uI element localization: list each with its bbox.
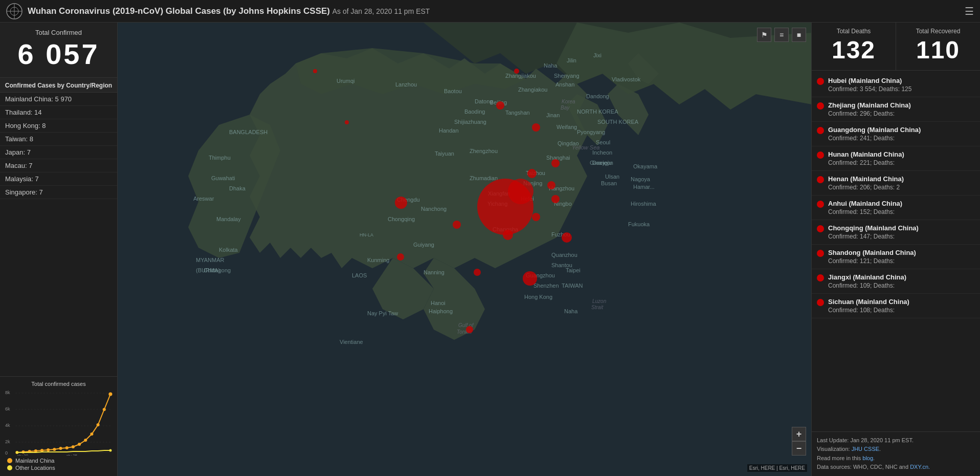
legend-other: Other Locations bbox=[7, 465, 113, 471]
svg-text:Shenyang: Shenyang bbox=[554, 73, 580, 79]
svg-point-133 bbox=[313, 69, 317, 73]
svg-text:Zhumadian: Zhumadian bbox=[470, 175, 498, 181]
legend-mainland-label: Mainland China bbox=[15, 458, 54, 464]
svg-text:Zhangiakou: Zhangiakou bbox=[518, 86, 548, 93]
svg-text:LAOS: LAOS bbox=[352, 272, 367, 278]
svg-text:Anshan: Anshan bbox=[555, 81, 574, 88]
map-container[interactable]: Urumqi Lanzhou Baotou Datong Shijiazhuan… bbox=[118, 23, 811, 476]
svg-point-139 bbox=[532, 213, 540, 221]
svg-text:sty 20: sty 20 bbox=[17, 453, 28, 456]
world-map: Urumqi Lanzhou Baotou Datong Shijiazhuan… bbox=[118, 23, 811, 476]
province-item[interactable]: Anhui (Mainland China)Confirmed: 152; De… bbox=[812, 196, 980, 220]
chart-container: 8k 6k 4k 2k 0 sty 20 sty 25 bbox=[4, 389, 113, 456]
chart-legend: Mainland China Other Locations bbox=[4, 456, 113, 472]
province-dot bbox=[817, 102, 824, 110]
svg-text:6k: 6k bbox=[5, 406, 10, 412]
total-deaths-box: Total Deaths 132 bbox=[812, 23, 896, 70]
dxy-link[interactable]: DXY.cn. bbox=[910, 464, 930, 470]
total-deaths-number: 132 bbox=[818, 37, 889, 64]
province-dot bbox=[817, 127, 824, 134]
province-item[interactable]: Jiangxi (Mainland China)Confirmed: 109; … bbox=[812, 269, 980, 294]
zoom-in-button[interactable]: + bbox=[792, 427, 806, 441]
country-list-item[interactable]: Thailand: 14 bbox=[0, 106, 117, 119]
svg-text:Dandong: Dandong bbox=[586, 93, 609, 99]
svg-point-30 bbox=[103, 408, 106, 411]
svg-text:Chongqing: Chongqing bbox=[388, 216, 415, 222]
total-deaths-label: Total Deaths bbox=[818, 28, 889, 35]
svg-text:Lanzhou: Lanzhou bbox=[395, 81, 417, 88]
province-item[interactable]: Guangdong (Mainland China)Confirmed: 241… bbox=[812, 122, 980, 146]
svg-point-28 bbox=[90, 432, 93, 436]
zoom-out-button[interactable]: − bbox=[792, 441, 806, 456]
svg-text:Jinan: Jinan bbox=[546, 112, 560, 118]
svg-text:SOUTH KOREA: SOUTH KOREA bbox=[597, 119, 639, 125]
country-list-item[interactable]: Singapore: 7 bbox=[0, 186, 117, 199]
country-list-item[interactable]: Malaysia: 7 bbox=[0, 172, 117, 186]
svg-text:Hiroshima: Hiroshima bbox=[631, 201, 656, 207]
svg-text:4k: 4k bbox=[5, 423, 10, 428]
svg-text:8k: 8k bbox=[5, 390, 10, 395]
province-name: Zhejiang (Mainland China) bbox=[828, 101, 975, 109]
svg-text:NORTH KOREA: NORTH KOREA bbox=[577, 109, 618, 115]
province-name: Hubei (Mainland China) bbox=[828, 77, 975, 84]
menu-icon[interactable]: ☰ bbox=[965, 5, 974, 17]
province-item[interactable]: Shandong (Mainland China)Confirmed: 121;… bbox=[812, 245, 980, 269]
province-item[interactable]: Sichuan (Mainland China)Confirmed: 108; … bbox=[812, 294, 980, 318]
svg-point-33 bbox=[109, 449, 112, 452]
svg-text:Vladivostok: Vladivostok bbox=[612, 76, 641, 82]
svg-text:Jixi: Jixi bbox=[593, 52, 602, 58]
country-list-item[interactable]: Japan: 7 bbox=[0, 146, 117, 159]
svg-point-124 bbox=[395, 197, 407, 209]
province-item[interactable]: Hunan (Mainland China)Confirmed: 221; De… bbox=[812, 146, 980, 171]
svg-point-24 bbox=[65, 446, 69, 449]
province-name: Shandong (Mainland China) bbox=[828, 249, 975, 256]
total-recovered-label: Total Recovered bbox=[902, 28, 974, 35]
bookmark-tool[interactable]: ⚑ bbox=[757, 28, 771, 42]
svg-text:Quanzhou: Quanzhou bbox=[551, 252, 577, 258]
header-subtitle: As of Jan 28, 2020 11 pm EST bbox=[332, 7, 430, 15]
province-item[interactable]: Zhejiang (Mainland China)Confirmed: 296;… bbox=[812, 97, 980, 122]
svg-text:Thimphu: Thimphu bbox=[209, 155, 231, 161]
svg-point-21 bbox=[47, 448, 50, 451]
list-tool[interactable]: ≡ bbox=[774, 28, 789, 42]
jhu-link[interactable]: JHU CSSE bbox=[852, 446, 879, 452]
province-item[interactable]: Hubei (Mainland China)Confirmed: 3 554; … bbox=[812, 73, 980, 97]
province-dot bbox=[817, 78, 824, 85]
svg-text:Luzon: Luzon bbox=[592, 298, 607, 304]
province-stats: Confirmed: 3 554; Deaths: 125 bbox=[828, 85, 975, 93]
country-list-item[interactable]: Taiwan: 8 bbox=[0, 133, 117, 146]
svg-text:Nanning: Nanning bbox=[424, 269, 444, 275]
province-item[interactable]: Chongqing (Mainland China)Confirmed: 147… bbox=[812, 220, 980, 245]
province-dot bbox=[817, 274, 824, 282]
svg-text:Hong Kong: Hong Kong bbox=[524, 294, 552, 300]
svg-point-127 bbox=[503, 230, 513, 240]
chart-title: Total confirmed cases bbox=[4, 381, 113, 387]
stats-row: Total Deaths 132 Total Recovered 110 bbox=[812, 23, 980, 71]
country-list-item[interactable]: Mainland China: 5 970 bbox=[0, 93, 117, 106]
svg-text:Busan: Busan bbox=[601, 180, 617, 186]
country-list-item[interactable]: Macau: 7 bbox=[0, 159, 117, 172]
svg-point-129 bbox=[527, 169, 537, 178]
country-list-item[interactable]: Hong Kong: 8 bbox=[0, 119, 117, 133]
svg-text:Gwangju: Gwangju bbox=[590, 160, 612, 166]
province-item[interactable]: Henan (Mainland China)Confirmed: 206; De… bbox=[812, 171, 980, 196]
svg-point-29 bbox=[97, 423, 100, 426]
province-name: Guangdong (Mainland China) bbox=[828, 126, 975, 134]
svg-point-26 bbox=[78, 443, 81, 446]
svg-point-32 bbox=[16, 451, 18, 454]
svg-text:Shijiazhuang: Shijiazhuang bbox=[454, 119, 486, 125]
total-confirmed-label: Total Confirmed bbox=[8, 29, 109, 36]
country-list-section: Confirmed Cases by Country/Region Mainla… bbox=[0, 78, 117, 376]
chart-section: Total confirmed cases 8k 6k 4k 2k 0 bbox=[0, 376, 117, 476]
svg-point-131 bbox=[551, 195, 560, 203]
mainland-dot bbox=[7, 458, 12, 463]
blog-link[interactable]: blog bbox=[862, 455, 873, 461]
header: Wuhan Coronavirus (2019-nCoV) Global Cas… bbox=[0, 0, 980, 23]
svg-text:Korea: Korea bbox=[562, 99, 575, 104]
svg-point-123 bbox=[496, 101, 504, 110]
svg-text:Mandalay: Mandalay bbox=[216, 216, 241, 222]
svg-text:Pyongyang: Pyongyang bbox=[577, 129, 605, 135]
svg-point-125 bbox=[562, 232, 572, 243]
country-list-header: Confirmed Cases by Country/Region bbox=[0, 78, 117, 93]
grid-tool[interactable]: ■ bbox=[792, 28, 806, 42]
